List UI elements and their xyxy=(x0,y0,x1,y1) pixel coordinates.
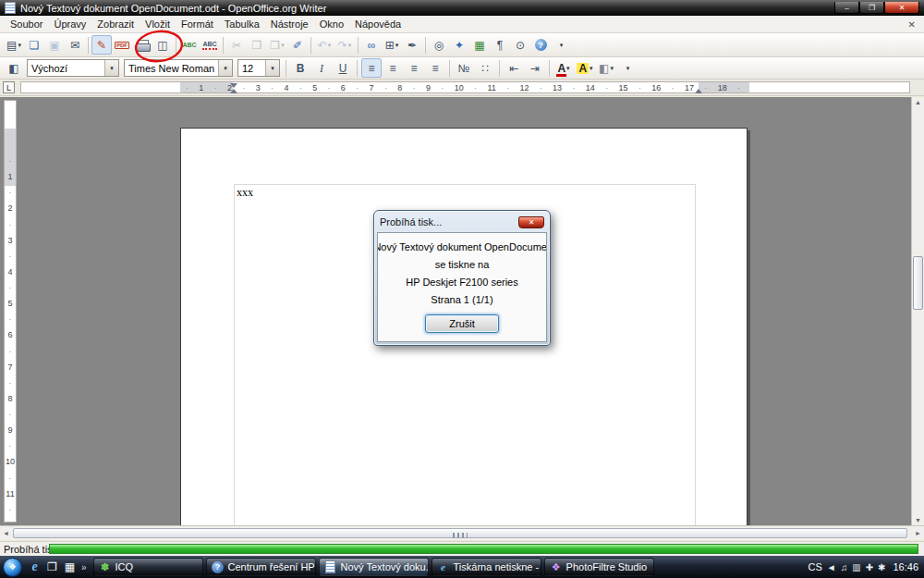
restore-button[interactable]: ❐ xyxy=(859,2,884,14)
vertical-scroll-thumb[interactable] xyxy=(913,256,923,310)
print-button[interactable] xyxy=(132,35,152,55)
menu-zobrazit[interactable]: Zobrazit xyxy=(91,17,140,31)
close-document-icon[interactable]: ✕ xyxy=(905,19,919,30)
tray-expand-chevron-icon[interactable]: ◄ xyxy=(827,562,836,572)
paragraph-style-combo[interactable]: Výchozí ▾ xyxy=(27,59,119,77)
vertical-scrollbar[interactable]: ▲ ▼ xyxy=(911,97,924,525)
quicklaunch-ie-icon[interactable]: e xyxy=(27,559,43,575)
new-document-button[interactable]: ▤▾ xyxy=(4,35,24,55)
underline-button[interactable]: U xyxy=(333,58,353,78)
save-button[interactable]: ▣ xyxy=(44,35,65,55)
taskbar-button-photofiltre[interactable]: ❖ PhotoFiltre Studio xyxy=(544,558,654,576)
first-line-indent-marker[interactable] xyxy=(230,83,237,88)
bullet-list-button[interactable]: ∷ xyxy=(475,58,495,78)
minimize-button[interactable]: – xyxy=(834,2,859,14)
close-button[interactable]: ✕ xyxy=(884,2,919,14)
italic-button[interactable]: I xyxy=(311,58,332,78)
align-center-button[interactable]: ≡ xyxy=(383,58,403,78)
scroll-down-arrow-icon[interactable]: ▼ xyxy=(915,517,921,523)
draw-functions-button[interactable]: ✒ xyxy=(402,35,422,55)
open-button[interactable]: ❏ xyxy=(24,35,44,55)
highlighting-button[interactable]: A▾ xyxy=(575,58,595,78)
taskbar-button-icq[interactable]: ✽ ICQ xyxy=(93,558,203,576)
display-icon[interactable]: ▥ xyxy=(852,562,860,572)
tab-stop-selector[interactable]: L xyxy=(3,81,15,93)
decrease-indent-button[interactable]: ⇤ xyxy=(504,58,524,78)
menu-okno[interactable]: Okno xyxy=(314,17,349,31)
justify-button[interactable]: ≡ xyxy=(425,58,445,78)
toolbar-options-button[interactable]: ▾ xyxy=(617,58,638,78)
updates-icon[interactable]: ✚ xyxy=(866,562,873,572)
increase-indent-button[interactable]: ⇥ xyxy=(525,58,545,78)
quicklaunch-show-desktop-icon[interactable]: ❐ xyxy=(44,559,60,575)
vertical-ruler[interactable]: ·1·2·3·4·5·6·7·8·9·10·11· xyxy=(4,100,17,523)
horizontal-ruler-strip[interactable]: ·1·2·3·4·5·6·7·8·9·10·11·12·13·14·15·16·… xyxy=(20,81,910,93)
styles-panel-button[interactable]: ◧ xyxy=(4,58,24,78)
insert-table-button[interactable]: ⊞▾ xyxy=(382,35,402,55)
email-button[interactable]: ✉ xyxy=(65,35,85,55)
font-name-combo[interactable]: Times New Roman ▾ xyxy=(124,59,233,77)
redo-button[interactable]: ↷▾ xyxy=(334,35,355,55)
dropdown-arrow-icon[interactable]: ▾ xyxy=(265,60,279,76)
dropdown-arrow-icon[interactable]: ▾ xyxy=(281,42,285,49)
font-color-button[interactable]: A▾ xyxy=(553,58,574,78)
paste-button[interactable]: ❒▾ xyxy=(267,35,287,55)
menu-tabulka[interactable]: Tabulka xyxy=(219,17,265,31)
dropdown-arrow-icon[interactable]: ▾ xyxy=(610,65,614,72)
page-preview-button[interactable]: ◫ xyxy=(152,35,173,55)
menu-upravy[interactable]: Úpravy xyxy=(48,17,91,31)
dropdown-arrow-icon[interactable]: ▾ xyxy=(218,60,232,76)
hyperlink-button[interactable]: ∞ xyxy=(361,35,382,55)
toolbar-options-button[interactable]: ▾ xyxy=(551,35,571,55)
volume-icon[interactable]: ♫ xyxy=(841,562,848,572)
align-right-button[interactable]: ≡ xyxy=(404,58,424,78)
scroll-up-arrow-icon[interactable]: ▲ xyxy=(915,99,921,105)
right-indent-marker[interactable] xyxy=(695,89,702,93)
dropdown-arrow-icon[interactable]: ▾ xyxy=(104,60,118,76)
start-button[interactable]: ❖ xyxy=(3,558,22,577)
horizontal-scrollbar[interactable]: ◄ ► xyxy=(0,525,924,540)
taskbar-button-printer-page[interactable]: e Tiskárna netiskne - ... xyxy=(432,558,541,576)
taskbar-button-hp-solution-center[interactable]: ? Centrum řešení HP xyxy=(206,558,316,576)
cut-button[interactable]: ✂ xyxy=(226,35,247,55)
font-size-combo[interactable]: 12 ▾ xyxy=(237,59,280,77)
edit-file-button[interactable]: ✎ xyxy=(91,35,112,55)
language-indicator[interactable]: CS xyxy=(808,561,822,572)
spellcheck-button[interactable]: ABC xyxy=(179,35,200,55)
background-color-button[interactable]: ◧▾ xyxy=(596,58,616,78)
nonprinting-characters-button[interactable]: ¶ xyxy=(490,35,510,55)
dropdown-arrow-icon[interactable]: ▾ xyxy=(590,65,593,72)
menu-format[interactable]: Formát xyxy=(176,17,219,31)
navigator-button[interactable]: ✦ xyxy=(449,35,469,55)
numbered-list-button[interactable]: № xyxy=(454,58,474,78)
taskbar-button-writer-document[interactable]: Nový Textový doku... xyxy=(319,558,429,576)
horizontal-ruler[interactable]: L ·1·2·3·4·5·6·7·8·9·10·11·12·13·14·15·1… xyxy=(0,80,924,96)
dropdown-arrow-icon[interactable]: ▾ xyxy=(395,42,399,49)
menu-vlozit[interactable]: Vložit xyxy=(140,17,176,31)
menu-napoveda[interactable]: Nápověda xyxy=(349,17,407,31)
export-pdf-button[interactable]: PDF xyxy=(112,35,132,55)
menu-nastroje[interactable]: Nástroje xyxy=(265,17,314,31)
align-left-button[interactable]: ≡ xyxy=(361,58,382,78)
dropdown-arrow-icon[interactable]: ▾ xyxy=(18,42,21,49)
network-icon[interactable]: ✱ xyxy=(878,562,885,572)
dropdown-arrow-icon[interactable]: ▾ xyxy=(348,42,352,49)
title-bar[interactable]: Nový Textový dokument OpenDocument.odt -… xyxy=(0,0,924,16)
left-indent-marker[interactable] xyxy=(230,89,237,93)
format-paintbrush-button[interactable]: ✐ xyxy=(287,35,308,55)
horizontal-scroll-thumb[interactable] xyxy=(13,528,907,538)
quicklaunch-overflow-chevron-icon[interactable]: » xyxy=(79,562,89,572)
dropdown-arrow-icon[interactable]: ▾ xyxy=(566,65,570,72)
dialog-close-button[interactable]: ✕ xyxy=(518,216,544,228)
find-replace-button[interactable]: ◎ xyxy=(429,35,449,55)
dialog-title-bar[interactable]: Probíhá tisk... ✕ xyxy=(377,214,547,230)
menu-soubor[interactable]: Soubor xyxy=(5,17,48,31)
cancel-print-button[interactable]: Zrušit xyxy=(425,314,499,333)
scroll-right-arrow-icon[interactable]: ► xyxy=(915,530,921,536)
clock[interactable]: 16:46 xyxy=(890,561,918,572)
quicklaunch-app-icon[interactable]: ▦ xyxy=(62,559,78,575)
dropdown-arrow-icon[interactable]: ▾ xyxy=(328,42,332,49)
auto-spellcheck-button[interactable]: ABC xyxy=(200,35,220,55)
undo-button[interactable]: ↶▾ xyxy=(314,35,334,55)
help-button[interactable]: ? xyxy=(530,35,551,55)
